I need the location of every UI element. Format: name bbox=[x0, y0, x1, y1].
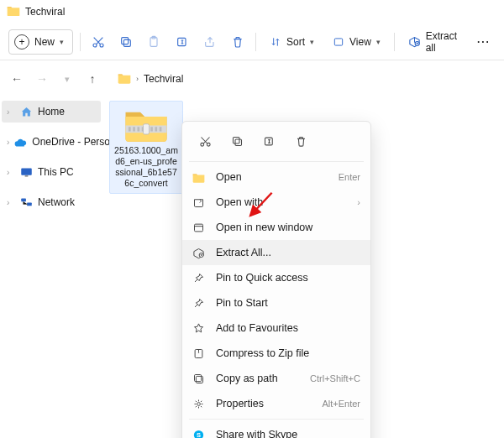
context-item-open-with[interactable]: Open with › bbox=[182, 190, 370, 215]
open-icon bbox=[192, 171, 207, 184]
sort-icon bbox=[270, 36, 281, 48]
sidebar-item-label: Home bbox=[38, 106, 65, 117]
chevron-down-icon: ▾ bbox=[60, 38, 64, 46]
sort-button[interactable]: Sort ▾ bbox=[263, 29, 321, 55]
extract-icon bbox=[408, 35, 421, 48]
context-item-label: Add to Favourites bbox=[216, 322, 360, 334]
context-item-hint: Enter bbox=[339, 172, 360, 182]
breadcrumb[interactable]: › Techviral bbox=[111, 67, 190, 91]
ellipsis-icon: ··· bbox=[477, 36, 491, 48]
more-button[interactable]: ··· bbox=[472, 29, 496, 55]
chevron-right-icon: › bbox=[7, 168, 15, 177]
rename-icon[interactable] bbox=[258, 130, 280, 152]
context-item-open[interactable]: Open Enter bbox=[182, 164, 370, 190]
chevron-right-icon: › bbox=[7, 138, 9, 147]
svg-rect-25 bbox=[235, 139, 242, 146]
delete-icon[interactable] bbox=[226, 29, 249, 55]
context-item-label: Copy as path bbox=[216, 373, 302, 384]
home-icon bbox=[20, 106, 33, 118]
delete-icon[interactable] bbox=[290, 130, 312, 152]
pin-icon bbox=[192, 272, 207, 284]
context-item-label: Open bbox=[216, 171, 330, 183]
svg-rect-21 bbox=[160, 127, 162, 131]
recent-locations-button[interactable]: ▾ bbox=[60, 74, 74, 85]
svg-point-1 bbox=[100, 44, 103, 47]
svg-rect-2 bbox=[124, 39, 131, 46]
context-item-label: Open with bbox=[216, 196, 349, 208]
window-title: Techviral bbox=[25, 6, 65, 18]
up-button[interactable]: ↑ bbox=[86, 72, 99, 86]
context-item-pin-quick[interactable]: Pin to Quick access bbox=[182, 265, 370, 290]
sort-label: Sort bbox=[286, 36, 305, 48]
svg-point-24 bbox=[207, 143, 210, 146]
context-item-properties[interactable]: Properties Alt+Enter bbox=[182, 391, 370, 416]
svg-rect-27 bbox=[265, 138, 272, 145]
plus-icon: + bbox=[14, 34, 29, 50]
new-button[interactable]: + New ▾ bbox=[8, 29, 73, 55]
view-button[interactable]: View ▾ bbox=[326, 29, 387, 55]
window-icon bbox=[192, 222, 207, 234]
title-bar: Techviral bbox=[0, 0, 504, 23]
context-menu-separator bbox=[189, 161, 364, 162]
copy-icon[interactable] bbox=[226, 130, 248, 152]
context-item-copy-path[interactable]: Copy as path Ctrl+Shift+C bbox=[182, 366, 370, 391]
svg-rect-26 bbox=[233, 137, 239, 143]
zip-icon bbox=[192, 347, 207, 360]
toolbar-separator bbox=[255, 33, 256, 51]
monitor-icon bbox=[20, 166, 33, 179]
share-icon[interactable] bbox=[198, 29, 221, 55]
folder-icon bbox=[7, 5, 20, 18]
svg-rect-16 bbox=[138, 127, 140, 131]
context-menu-quick-actions bbox=[182, 127, 370, 159]
nav-pane: › Home › OneDrive - Personal › This PC ›… bbox=[0, 97, 102, 438]
extract-all-toolbar-button[interactable]: Extract all bbox=[402, 29, 467, 55]
sidebar-item-label: Network bbox=[38, 196, 75, 208]
sidebar-item-thispc[interactable]: › This PC bbox=[2, 161, 101, 183]
forward-button[interactable]: → bbox=[35, 72, 49, 86]
rename-icon[interactable] bbox=[171, 29, 193, 55]
svg-rect-12 bbox=[27, 202, 32, 206]
back-button[interactable]: ← bbox=[10, 72, 24, 86]
extract-label: Extract all bbox=[426, 30, 460, 54]
context-item-extract-all[interactable]: Extract All... bbox=[182, 240, 370, 265]
zip-folder-icon bbox=[123, 105, 170, 143]
view-label: View bbox=[349, 36, 371, 48]
context-item-label: Properties bbox=[216, 398, 313, 409]
chevron-down-icon: ▾ bbox=[310, 38, 314, 46]
context-item-skype[interactable]: S Share with Skype bbox=[182, 422, 370, 438]
cut-icon[interactable] bbox=[194, 130, 216, 152]
context-menu-separator bbox=[189, 419, 364, 420]
context-item-favourites[interactable]: Add to Favourites bbox=[182, 315, 370, 341]
sidebar-item-network[interactable]: › Network bbox=[2, 191, 101, 213]
svg-rect-7 bbox=[334, 38, 342, 44]
context-item-label: Open in new window bbox=[216, 222, 360, 233]
open-with-icon bbox=[192, 196, 207, 209]
paste-icon[interactable] bbox=[143, 29, 165, 55]
star-icon bbox=[192, 322, 207, 335]
chevron-right-icon: › bbox=[7, 107, 15, 117]
svg-rect-11 bbox=[21, 198, 26, 201]
skype-icon: S bbox=[192, 429, 207, 439]
toolbar-separator bbox=[394, 33, 395, 51]
command-toolbar: + New ▾ Sort ▾ View ▾ bbox=[0, 23, 504, 60]
context-item-compress[interactable]: Compress to Zip file bbox=[182, 341, 370, 366]
copy-icon[interactable] bbox=[115, 29, 138, 55]
toolbar-separator bbox=[80, 33, 81, 51]
chevron-right-icon: › bbox=[136, 75, 139, 83]
svg-rect-14 bbox=[129, 127, 131, 131]
context-item-pin-start[interactable]: Pin to Start bbox=[182, 290, 370, 315]
context-item-label: Share with Skype bbox=[216, 429, 360, 438]
new-button-label: New bbox=[34, 36, 55, 48]
chevron-right-icon: › bbox=[7, 198, 15, 207]
context-item-open-new-window[interactable]: Open in new window bbox=[182, 215, 370, 240]
svg-rect-31 bbox=[196, 376, 202, 383]
file-item-zip[interactable]: 25163.1000_amd6_en-us_professional_6b1e5… bbox=[109, 101, 183, 194]
properties-icon bbox=[192, 398, 207, 410]
cut-icon[interactable] bbox=[87, 29, 110, 55]
context-item-hint: Ctrl+Shift+C bbox=[310, 373, 360, 383]
sidebar-item-onedrive[interactable]: › OneDrive - Personal bbox=[2, 131, 101, 153]
svg-text:S: S bbox=[197, 431, 201, 439]
svg-point-33 bbox=[197, 402, 201, 405]
view-icon bbox=[333, 36, 344, 48]
sidebar-item-home[interactable]: › Home bbox=[2, 101, 101, 123]
